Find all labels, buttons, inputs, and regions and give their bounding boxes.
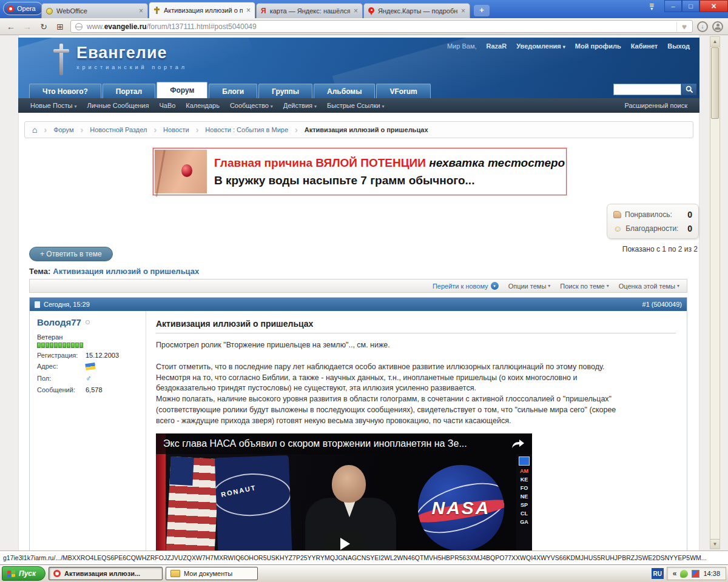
scroll-up-icon[interactable]: ▲ [710,37,720,47]
nav-portal[interactable]: Портал [103,84,155,98]
tab-weboffice[interactable]: WebOffice × [41,3,148,18]
tray-app-icon[interactable] [692,570,699,578]
bookmark-heart-icon[interactable]: ♥ [676,22,688,32]
close-tab-icon[interactable]: × [461,7,465,15]
logout-link[interactable]: Выход [667,42,690,50]
topic-search-menu[interactable]: Поиск по теме▾ [560,283,608,290]
online-status-icon [86,320,90,324]
embedded-video-player[interactable]: Экс глава НАСА объявил о скором вторжени… [156,433,532,550]
cabinet-link[interactable]: Кабинет [631,42,658,50]
topic-options-menu[interactable]: Опции темы▾ [508,283,551,290]
subnav-actions[interactable]: Действия▾ [283,102,317,109]
posts-count-row: Сообщений:6,578 [37,386,138,393]
home-icon[interactable]: ⌂ [32,125,37,135]
speaker-head [332,465,366,503]
maximize-button[interactable]: □ [682,0,699,12]
close-tab-icon[interactable]: × [246,7,251,14]
search-button[interactable] [681,83,697,96]
nav-albums[interactable]: Альбомы [314,84,375,98]
search-input[interactable] [613,84,681,95]
page-scrollbar[interactable]: ▲ ▼ [710,36,720,549]
subnav-calendar[interactable]: Календарь [186,102,220,109]
author-name-link[interactable]: Володя77 [37,317,138,327]
opera-menu-button[interactable]: Opera [3,2,43,15]
nav-vforum[interactable]: VForum [376,84,430,98]
post-content: Активизация иллюзий о пришельцах Просмот… [146,311,687,550]
downloads-icon[interactable]: ↓ [697,21,708,32]
speed-dial-icon[interactable]: ⊞ [54,22,66,31]
start-button[interactable]: Пуск [2,566,46,581]
breadcrumb-news[interactable]: Новости [163,126,189,133]
breadcrumb-forum[interactable]: Форум [53,126,73,133]
close-tab-icon[interactable]: × [139,7,143,15]
status-bar: g17ie3l1k7iarm.ru/.../MBXXRO4LEQS6PE6CQW… [0,550,728,565]
opera-logo-icon [7,5,14,12]
close-tab-icon[interactable]: × [354,7,358,15]
username-link[interactable]: RazaR [487,42,507,50]
language-indicator[interactable]: RU [652,568,664,579]
forward-icon[interactable]: → [21,22,33,31]
likes-row: Понравилось: 0 [613,210,692,219]
go-to-new-link[interactable]: Перейти к новому▾ [433,282,499,290]
browser-window: Opera WebOffice × Активизация иллюзий о … [0,0,728,582]
greeting: Мир Вам, [447,42,477,50]
tab-yandex-search[interactable]: Я карта — Яндекс: нашёлся × [256,3,363,18]
tab-yandex-maps[interactable]: Яндекс.Карты — подробна × [363,3,470,18]
nav-forum[interactable]: Форум [157,82,207,98]
tab-forum-active[interactable]: Активизация иллюзий о пр × [149,2,255,18]
topic-title-link[interactable]: Активизация иллюзий о пришельцах [53,267,199,276]
opera-task-icon [53,570,61,577]
address-bar: ← → ↻ ⊞ www.evangelie.ru/forum/t137111.h… [0,18,728,35]
subnav-quick-links[interactable]: Быстрые Ссылки▾ [327,102,385,109]
nav-groups[interactable]: Группы [258,84,312,98]
registration-row: Регистрация:15.12.2003 [37,352,138,359]
nav-blogs[interactable]: Блоги [209,84,257,98]
nav-whats-new[interactable]: Что Нового? [29,84,101,98]
subnav-community[interactable]: Сообщество▾ [230,102,273,109]
url-field[interactable]: www.evangelie.ru/forum/t137111.html#post… [70,20,693,33]
tab-list-menu-icon[interactable]: ≡ ▾ [649,3,654,11]
play-button[interactable] [325,530,363,550]
breadcrumb-news-section[interactable]: Новостной Раздел [90,126,147,133]
tab-title: Активизация иллюзий о пр [164,7,243,14]
topic-rating-menu[interactable]: Оценка этой темы▾ [619,283,679,290]
search-icon [686,85,693,93]
post-number-link[interactable]: #1 (5040049) [642,301,682,308]
profile-icon[interactable] [712,21,723,32]
subnav-private-messages[interactable]: Личные Сообщения [87,102,149,109]
video-title[interactable]: Экс глава НАСА объявил о скором вторжени… [163,438,505,449]
close-window-button[interactable]: × [699,0,728,12]
breadcrumb: ⌂ › Форум › Новостной Раздел › Новости ›… [24,121,693,138]
share-icon[interactable] [511,439,525,449]
back-icon[interactable]: ← [5,22,17,31]
news-ticker-column: AM KE FO NE SP CL GA [516,454,532,550]
scroll-down-icon[interactable]: ▼ [710,539,720,549]
taskbar-task-browser[interactable]: Активизация иллюзи... [49,567,163,580]
url-text[interactable]: www.evangelie.ru/forum/t137111.html#post… [87,22,672,31]
reply-to-topic-button[interactable]: + Ответить в теме [29,247,113,261]
minimize-button[interactable]: – [664,0,682,12]
advanced-search-link[interactable]: Расширенный поиск [624,102,687,109]
reload-icon[interactable]: ↻ [38,22,50,31]
taskbar-task-my-documents[interactable]: Мои документы [166,567,258,580]
tray-expand-icon[interactable]: « [673,569,677,578]
scrollbar-thumb[interactable] [711,47,719,119]
post-text-line: Просмотрел ролик "Вторжение пришельцев н… [156,340,676,351]
system-tray: RU « 14:38 [652,567,726,580]
subnav-faq[interactable]: ЧаВо [159,102,175,109]
clock: 14:38 [703,570,720,577]
ad-headline: Главная причина ВЯЛОЙ ПОТЕНЦИИ нехватка … [214,156,558,170]
tray-green-icon[interactable] [680,570,688,578]
globe-icon [75,23,83,30]
post-text-line: (соответствующие ролики будут выложены в… [156,405,676,416]
breadcrumb-world-events[interactable]: Новости : События в Мире [205,126,288,133]
ad-banner[interactable]: Главная причина ВЯЛОЙ ПОТЕНЦИИ нехватка … [153,148,567,195]
my-profile-link[interactable]: Мой профиль [575,42,621,50]
caret-icon: ▾ [314,104,317,109]
notifications-link[interactable]: Уведомления▾ [516,42,565,50]
status-url-text: g17ie3l1k7iarm.ru/.../MBXXRO4LEQS6PE6CQW… [3,554,707,561]
us-flag [165,457,219,550]
new-tab-button[interactable]: + [474,5,490,16]
site-logo[interactable]: Евангелие христианский портал [53,44,187,75]
subnav-new-posts[interactable]: Новые Посты▾ [30,102,76,109]
